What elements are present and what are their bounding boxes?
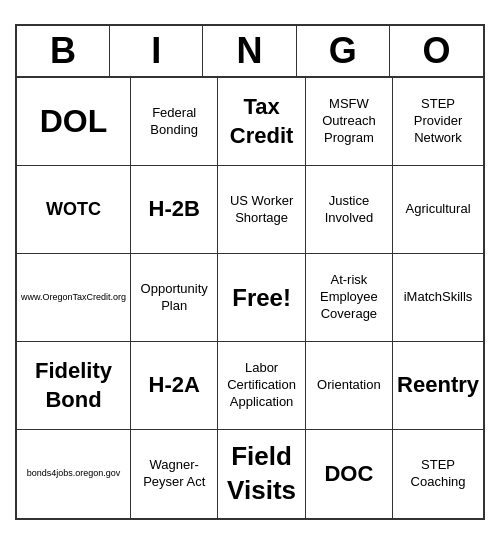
bingo-cell-20: bonds4jobs.oregon.gov	[17, 430, 131, 518]
bingo-cell-4: STEP Provider Network	[393, 78, 483, 166]
bingo-cell-13: At-risk Employee Coverage	[306, 254, 393, 342]
bingo-cell-19: Reentry	[393, 342, 483, 430]
bingo-cell-6: H-2B	[131, 166, 218, 254]
bingo-header: BINGO	[17, 26, 483, 78]
header-letter-n: N	[203, 26, 296, 76]
bingo-card: BINGO DOLFederal BondingTax CreditMSFW O…	[15, 24, 485, 520]
bingo-cell-22: Field Visits	[218, 430, 305, 518]
bingo-cell-14: iMatchSkills	[393, 254, 483, 342]
bingo-cell-3: MSFW Outreach Program	[306, 78, 393, 166]
bingo-cell-1: Federal Bonding	[131, 78, 218, 166]
bingo-cell-5: WOTC	[17, 166, 131, 254]
header-letter-g: G	[297, 26, 390, 76]
header-letter-i: I	[110, 26, 203, 76]
bingo-cell-2: Tax Credit	[218, 78, 305, 166]
bingo-cell-17: Labor Certification Application	[218, 342, 305, 430]
header-letter-b: B	[17, 26, 110, 76]
bingo-cell-0: DOL	[17, 78, 131, 166]
bingo-cell-12: Free!	[218, 254, 305, 342]
bingo-cell-21: Wagner-Peyser Act	[131, 430, 218, 518]
bingo-cell-10: www.OregonTaxCredit.org	[17, 254, 131, 342]
bingo-grid: DOLFederal BondingTax CreditMSFW Outreac…	[17, 78, 483, 518]
bingo-cell-7: US Worker Shortage	[218, 166, 305, 254]
bingo-cell-8: Justice Involved	[306, 166, 393, 254]
bingo-cell-16: H-2A	[131, 342, 218, 430]
header-letter-o: O	[390, 26, 483, 76]
bingo-cell-24: STEP Coaching	[393, 430, 483, 518]
bingo-cell-18: Orientation	[306, 342, 393, 430]
bingo-cell-23: DOC	[306, 430, 393, 518]
bingo-cell-9: Agricultural	[393, 166, 483, 254]
bingo-cell-11: Opportunity Plan	[131, 254, 218, 342]
bingo-cell-15: Fidelity Bond	[17, 342, 131, 430]
